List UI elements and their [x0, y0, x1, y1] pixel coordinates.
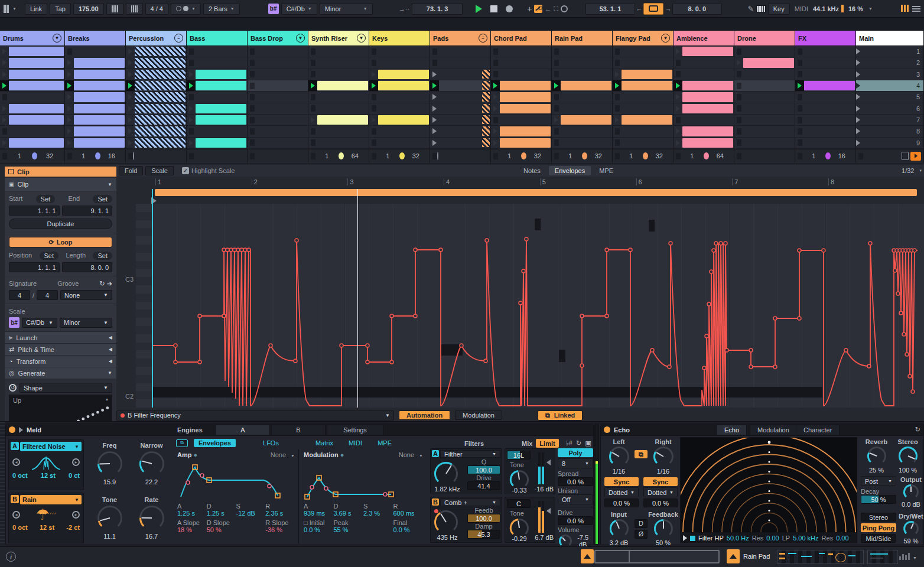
track-header[interactable]: Keys: [369, 31, 430, 46]
automation-breakpoint[interactable]: [702, 366, 706, 370]
track-header[interactable]: Bass Drop▼: [248, 31, 308, 46]
set-start-button[interactable]: Set: [36, 195, 56, 203]
clip-launch-button[interactable]: [674, 92, 682, 102]
unison-menu[interactable]: Off▼: [558, 494, 593, 504]
clip-launch-button[interactable]: [674, 115, 682, 125]
clip-slot[interactable]: [0, 69, 64, 80]
clip-body[interactable]: [74, 81, 125, 90]
clip-slot[interactable]: [795, 103, 855, 115]
clip-launch-button[interactable]: [795, 80, 804, 91]
cpu-menu-chevron[interactable]: ▼: [868, 6, 873, 11]
automation-breakpoint[interactable]: [773, 317, 777, 320]
clip-slot[interactable]: [795, 138, 855, 149]
filter-a-type-menu[interactable]: Filther▼: [440, 450, 500, 458]
clip-slot[interactable]: [674, 138, 734, 149]
clip-launch-button[interactable]: [248, 57, 256, 68]
filter-lp-value[interactable]: 5.00 kHz: [793, 535, 818, 542]
clip-launch-button[interactable]: [674, 80, 682, 91]
clip-body[interactable]: [561, 115, 611, 125]
clip-body[interactable]: [74, 92, 125, 102]
automation-breakpoint[interactable]: [908, 374, 912, 378]
filter-hp-value[interactable]: 50.0 Hz: [727, 535, 749, 542]
mod-decay[interactable]: 3.69 s: [334, 510, 364, 517]
automation-breakpoint[interactable]: [525, 237, 528, 241]
clip-slot[interactable]: [0, 103, 64, 115]
meld-tab-b[interactable]: B: [271, 425, 326, 435]
echo-feedback-value[interactable]: 50 %: [648, 539, 679, 546]
automation-breakpoint[interactable]: [366, 360, 369, 364]
clip-body-hatched[interactable]: [135, 126, 186, 136]
clip-slot[interactable]: [308, 46, 369, 57]
clip-slot[interactable]: [613, 138, 673, 149]
clip-launch-button[interactable]: [734, 138, 743, 148]
automation-breakpoint[interactable]: [222, 314, 226, 318]
echo-input-value[interactable]: 3.2 dB: [603, 539, 635, 546]
clip-slot[interactable]: [126, 46, 186, 57]
tone-knob[interactable]: [96, 504, 123, 532]
clip-launch-button[interactable]: [126, 126, 135, 136]
automation-breakpoint[interactable]: [580, 364, 584, 367]
rate-knob[interactable]: [138, 504, 165, 532]
clip-tab[interactable]: Clip: [5, 167, 116, 177]
highlight-scale-checkbox[interactable]: ✓: [182, 167, 189, 174]
clip-slot[interactable]: [0, 57, 64, 69]
filter-a-freq-value[interactable]: 1.82 kHz: [431, 485, 464, 493]
automation-breakpoint[interactable]: [798, 317, 801, 320]
track-header[interactable]: Ambience: [674, 31, 734, 46]
voice-count-menu[interactable]: 8▼: [558, 458, 593, 468]
scale-mode-icon[interactable]: b#: [268, 4, 279, 14]
clip-slot[interactable]: [795, 92, 855, 103]
clip-slot[interactable]: [613, 126, 673, 137]
clip-launch-button[interactable]: [369, 92, 378, 102]
automation-breakpoint[interactable]: [236, 248, 240, 252]
clip-slot[interactable]: [369, 115, 430, 126]
window-menu-icon[interactable]: ▼: [4, 5, 17, 13]
clip-launch-button[interactable]: [552, 80, 561, 91]
clip-slot[interactable]: [674, 69, 734, 80]
clip-slot[interactable]: [187, 92, 247, 103]
clip-launch-button[interactable]: [308, 80, 317, 91]
clip-launch-button[interactable]: [674, 57, 682, 68]
browser-toggle-icon[interactable]: [912, 5, 920, 13]
clip-launch-button[interactable]: [734, 115, 743, 125]
automation-arm-icon[interactable]: [534, 5, 542, 13]
narrow-value[interactable]: 22.2: [131, 478, 173, 485]
track-header[interactable]: Breaks: [65, 31, 125, 46]
device-chain-thumbnail[interactable]: [777, 550, 864, 564]
clip-launch-button[interactable]: [674, 126, 682, 136]
clip-launch-button[interactable]: [369, 115, 378, 125]
clip-launch-button[interactable]: [430, 46, 439, 57]
clip-launch-button[interactable]: [491, 115, 500, 125]
automation-breakpoint[interactable]: [605, 314, 609, 318]
clip-body[interactable]: [74, 58, 125, 67]
automation-breakpoint[interactable]: [669, 242, 672, 245]
automation-breakpoint[interactable]: [484, 359, 487, 363]
automation-breakpoint[interactable]: [222, 248, 226, 252]
clip-slot[interactable]: [369, 57, 430, 69]
clip-slot[interactable]: [491, 57, 551, 69]
clip-slot[interactable]: [613, 57, 673, 69]
scene-launch-icon[interactable]: [856, 106, 860, 112]
clip-slot[interactable]: [430, 46, 490, 57]
clip-slot[interactable]: [369, 126, 430, 137]
clip-body[interactable]: [682, 47, 733, 56]
automation-breakpoint[interactable]: [714, 242, 718, 245]
clip-slot[interactable]: [491, 115, 551, 126]
clip-launch-button[interactable]: [552, 103, 561, 114]
clip-slot[interactable]: [734, 138, 795, 149]
clip-body[interactable]: [9, 58, 64, 67]
clip-slot[interactable]: [248, 103, 308, 115]
echo-right-mode-menu[interactable]: Dotted▼: [643, 487, 678, 497]
clip-launch-button[interactable]: [126, 80, 135, 91]
scene-launch-icon[interactable]: [856, 117, 860, 123]
clip-body[interactable]: [196, 104, 246, 113]
automation-breakpoint[interactable]: [174, 344, 177, 347]
link-button[interactable]: Link: [25, 3, 47, 15]
stereo-knob[interactable]: [897, 445, 919, 467]
mod-attack[interactable]: 939 ms: [304, 510, 334, 517]
clip-body[interactable]: [500, 138, 551, 148]
amp-envelope-graph[interactable]: [176, 460, 294, 500]
clip-launch-button[interactable]: [187, 46, 196, 57]
clip-slot[interactable]: [613, 69, 673, 80]
tap-tempo-button[interactable]: Tap: [50, 3, 71, 15]
